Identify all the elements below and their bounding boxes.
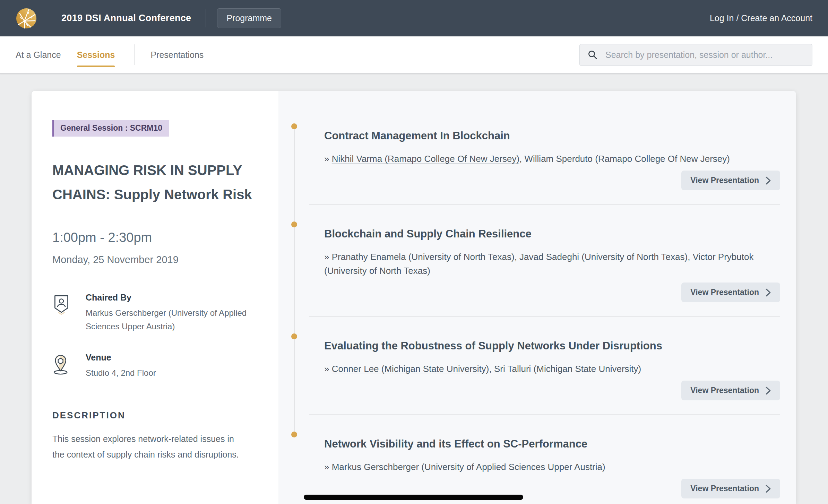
- presentation-authors: » Nikhil Varma (Ramapo College Of New Je…: [324, 152, 780, 166]
- timeline-dot-icon: [291, 123, 297, 129]
- search-box[interactable]: [579, 44, 812, 66]
- presentation-item: Contract Management In Blockchain » Nikh…: [278, 91, 796, 205]
- tab-sessions[interactable]: Sessions: [77, 36, 115, 73]
- search-icon: [587, 50, 598, 60]
- session-title: MANAGING RISK IN SUPPLY CHAINS: Supply N…: [52, 158, 258, 207]
- venue-name: Studio 4, 2nd Floor: [86, 366, 156, 380]
- session-type-badge: General Session : SCRM10: [52, 120, 169, 137]
- presentation-title: Evaluating the Robustness of Supply Netw…: [324, 339, 780, 353]
- conference-logo-icon: [16, 8, 37, 29]
- author-prefix: »: [324, 154, 332, 164]
- author-name: William Sperduto (Ramapo College Of New …: [525, 154, 730, 164]
- chair-name: Markus Gerschberger (University of Appli…: [86, 306, 258, 333]
- author-link[interactable]: Conner Lee (Michigan State University): [332, 364, 489, 374]
- author-link[interactable]: Nikhil Varma (Ramapo College Of New Jers…: [332, 154, 519, 164]
- programme-subnav: At a Glance Sessions Presentations: [0, 36, 828, 74]
- top-navbar: 2019 DSI Annual Conference Programme Log…: [0, 0, 828, 36]
- presentation-title: Network Visibility and its Effect on SC-…: [324, 437, 780, 451]
- author-prefix: »: [324, 462, 332, 472]
- timeline-dot-icon: [291, 221, 297, 227]
- chevron-right-icon: [765, 288, 771, 297]
- chaired-by-row: Chaired By Markus Gerschberger (Universi…: [52, 293, 258, 333]
- presentation-authors: » Conner Lee (Michigan State University)…: [324, 362, 780, 376]
- presentation-title: Contract Management In Blockchain: [324, 129, 780, 143]
- tab-at-a-glance[interactable]: At a Glance: [16, 36, 61, 73]
- presentation-item: Blockchain and Supply Chain Resilience »…: [278, 205, 796, 317]
- view-presentation-button[interactable]: View Presentation: [681, 381, 780, 400]
- view-presentation-button[interactable]: View Presentation: [681, 479, 780, 498]
- search-input[interactable]: [605, 50, 804, 60]
- chevron-right-icon: [765, 386, 771, 395]
- session-date: Monday, 25 November 2019: [52, 254, 258, 266]
- programme-button[interactable]: Programme: [217, 8, 281, 28]
- conference-title: 2019 DSI Annual Conference: [61, 13, 191, 24]
- chairperson-icon: [52, 295, 70, 315]
- presentations-list: Contract Management In Blockchain » Nikh…: [278, 91, 796, 498]
- horizontal-scrollbar-thumb[interactable]: [304, 495, 523, 500]
- author-prefix: »: [324, 252, 332, 262]
- presentation-authors: » Pranathy Enamela (University of North …: [324, 250, 780, 278]
- author-link[interactable]: Pranathy Enamela (University of North Te…: [332, 252, 515, 262]
- session-info-panel: General Session : SCRM10 MANAGING RISK I…: [32, 91, 278, 504]
- navbar-divider: [206, 9, 206, 27]
- tab-presentations[interactable]: Presentations: [150, 36, 204, 73]
- active-tab-underline: [77, 66, 115, 67]
- venue-row: Venue Studio 4, 2nd Floor: [52, 353, 258, 380]
- author-link[interactable]: Javad Sadeghi (University of North Texas…: [519, 252, 688, 262]
- author-link[interactable]: Markus Gerschberger (University of Appli…: [332, 462, 605, 472]
- session-detail-card: General Session : SCRM10 MANAGING RISK I…: [32, 91, 796, 504]
- presentation-item: Network Visibility and its Effect on SC-…: [278, 415, 796, 498]
- description-text: This session explores network-related is…: [52, 431, 247, 462]
- presentation-authors: » Markus Gerschberger (University of App…: [324, 460, 780, 474]
- author-prefix: »: [324, 364, 332, 374]
- chevron-right-icon: [765, 176, 771, 185]
- tab-separator: [134, 44, 135, 65]
- presentation-title: Blockchain and Supply Chain Resilience: [324, 227, 780, 241]
- timeline-dot-icon: [291, 333, 297, 339]
- venue-label: Venue: [86, 353, 156, 363]
- view-presentation-button[interactable]: View Presentation: [681, 283, 780, 302]
- session-time: 1:00pm - 2:30pm: [52, 230, 258, 245]
- venue-pin-icon: [52, 355, 70, 375]
- login-link[interactable]: Log In / Create an Account: [710, 13, 812, 23]
- presentation-item: Evaluating the Robustness of Supply Netw…: [278, 317, 796, 415]
- author-name: Sri Talluri (Michigan State University): [494, 364, 641, 374]
- description-heading: DESCRIPTION: [52, 410, 258, 421]
- chaired-by-label: Chaired By: [86, 293, 258, 303]
- chevron-right-icon: [765, 484, 771, 493]
- presentations-panel: Contract Management In Blockchain » Nikh…: [278, 91, 796, 504]
- view-presentation-button[interactable]: View Presentation: [681, 171, 780, 190]
- timeline-dot-icon: [291, 432, 297, 437]
